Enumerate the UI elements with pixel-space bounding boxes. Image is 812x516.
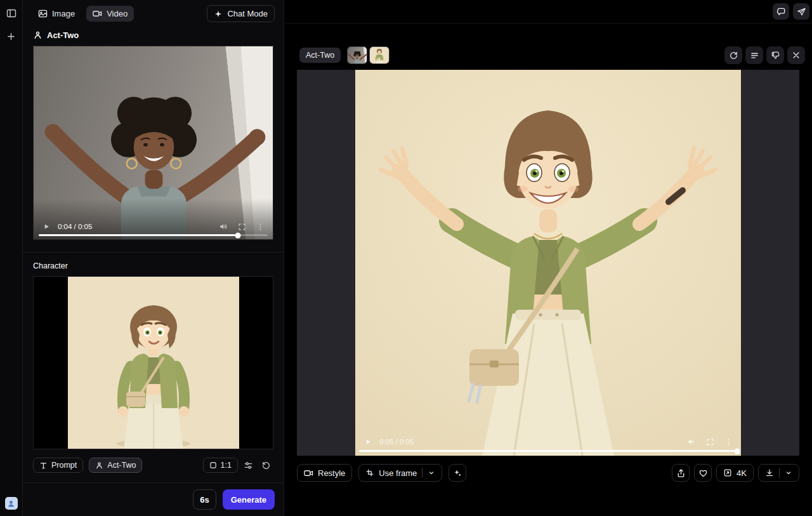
play-button[interactable]	[363, 437, 373, 447]
user-avatar[interactable]	[5, 497, 18, 510]
generate-bar: 6s Generate	[23, 482, 284, 516]
result-video-player[interactable]: 0:05 / 0:05	[355, 70, 741, 456]
use-frame-label: Use frame	[379, 468, 417, 478]
driver-video-frame	[34, 46, 273, 239]
tab-image-label: Image	[52, 9, 75, 18]
new-session-button[interactable]	[4, 29, 19, 44]
app-window: Image Video Chat Mode Act-Two 0:0	[0, 0, 812, 516]
reset-icon	[261, 461, 271, 470]
act-two-icon	[95, 461, 103, 470]
button-divider	[779, 468, 780, 478]
progress-handle[interactable]	[735, 448, 740, 454]
video-menu-button[interactable]	[255, 222, 265, 232]
avatar-person-icon	[7, 499, 15, 508]
export-button[interactable]	[672, 464, 690, 482]
chat-mode-button[interactable]: Chat Mode	[207, 5, 275, 22]
result-progress-bar[interactable]	[359, 450, 737, 452]
generation-panel: Image Video Chat Mode Act-Two 0:0	[23, 0, 284, 516]
play-button[interactable]	[41, 222, 51, 232]
tab-video[interactable]: Video	[86, 6, 134, 22]
character-image	[68, 277, 239, 449]
upscale-icon	[723, 468, 732, 477]
result-video-controls: 0:05 / 0:05	[355, 437, 741, 447]
character-thumbnail[interactable]	[369, 46, 390, 64]
fullscreen-button[interactable]	[237, 222, 247, 232]
fullscreen-icon	[238, 223, 246, 231]
progress-handle[interactable]	[235, 232, 241, 238]
list-icon	[750, 51, 759, 60]
kebab-icon	[256, 223, 265, 231]
feedback-chat-button[interactable]	[773, 3, 789, 20]
act-two-mode-button[interactable]: Act-Two	[89, 458, 142, 473]
aspect-ratio-icon	[209, 461, 217, 469]
share-up-icon	[676, 468, 686, 478]
tab-image[interactable]: Image	[32, 6, 81, 22]
play-icon	[364, 438, 372, 446]
regenerate-button[interactable]	[724, 46, 742, 64]
mute-button[interactable]	[218, 222, 228, 232]
paper-plane-icon	[797, 7, 806, 17]
favorite-button[interactable]	[694, 464, 712, 482]
sliders-icon	[244, 461, 253, 470]
image-icon	[38, 9, 48, 18]
chevron-down-icon	[428, 469, 435, 477]
input-controls-row: Prompt Act-Two 1:1	[23, 449, 284, 481]
close-icon	[792, 51, 801, 60]
chat-mode-sparkle-icon	[214, 10, 223, 18]
driver-video-player[interactable]: 0:04 / 0:05	[33, 46, 273, 240]
thumbs-down-icon	[771, 51, 780, 60]
refresh-icon	[729, 51, 738, 60]
output-actions: 4K	[672, 464, 799, 482]
speaker-icon	[219, 222, 228, 231]
input-thumbnails	[347, 46, 390, 64]
download-button[interactable]	[758, 464, 799, 482]
sidebar-toggle-button[interactable]	[4, 6, 19, 21]
restyle-button[interactable]: Restyle	[297, 464, 352, 482]
duration-button[interactable]: 6s	[193, 489, 216, 510]
close-result-button[interactable]	[787, 46, 805, 64]
driver-video-controls: 0:04 / 0:05	[34, 222, 273, 232]
upscale-4k-button[interactable]: 4K	[716, 464, 754, 482]
settings-button[interactable]	[240, 458, 256, 473]
kebab-icon	[724, 438, 733, 446]
dislike-button[interactable]	[766, 46, 784, 64]
sparkle-icon	[453, 468, 462, 477]
result-actions	[724, 46, 805, 64]
section-title: Act-Two	[47, 30, 79, 40]
more-tools-button[interactable]	[449, 464, 466, 482]
character-label: Character	[23, 253, 284, 276]
section-header: Act-Two	[23, 25, 284, 46]
heart-icon	[698, 468, 708, 478]
restyle-camera-icon	[304, 468, 313, 478]
progress-fill	[39, 234, 238, 236]
act-two-mode-label: Act-Two	[107, 461, 136, 470]
aspect-ratio-button[interactable]: 1:1	[203, 458, 238, 473]
frame-crop-icon	[365, 468, 374, 477]
play-icon	[43, 223, 50, 230]
driver-video-thumbnail[interactable]	[347, 46, 367, 64]
chat-bubble-icon	[776, 7, 786, 17]
video-menu-button[interactable]	[723, 437, 733, 447]
sidebar-toggle-icon	[6, 8, 16, 18]
details-list-button[interactable]	[745, 46, 763, 64]
reset-button[interactable]	[258, 458, 273, 473]
result-toolbar: Restyle Use frame 4K	[297, 464, 799, 482]
result-panel: Act-Two	[284, 0, 812, 516]
button-divider	[422, 468, 422, 478]
speaker-icon	[687, 437, 696, 446]
fullscreen-icon	[706, 438, 714, 446]
driver-progress-bar[interactable]	[39, 234, 268, 236]
character-image-card[interactable]	[33, 276, 273, 449]
aspect-ratio-label: 1:1	[221, 461, 232, 470]
result-header: Act-Two	[299, 46, 805, 64]
mute-button[interactable]	[686, 437, 697, 447]
result-video-frame	[355, 70, 741, 456]
tab-video-label: Video	[107, 9, 128, 18]
prompt-button[interactable]: Prompt	[33, 458, 83, 473]
quality-label: 4K	[737, 468, 747, 478]
use-frame-button[interactable]: Use frame	[358, 464, 442, 482]
generate-button[interactable]: Generate	[223, 489, 275, 510]
driver-thumb-image	[348, 47, 367, 63]
share-session-button[interactable]	[793, 3, 809, 20]
fullscreen-button[interactable]	[705, 437, 715, 447]
